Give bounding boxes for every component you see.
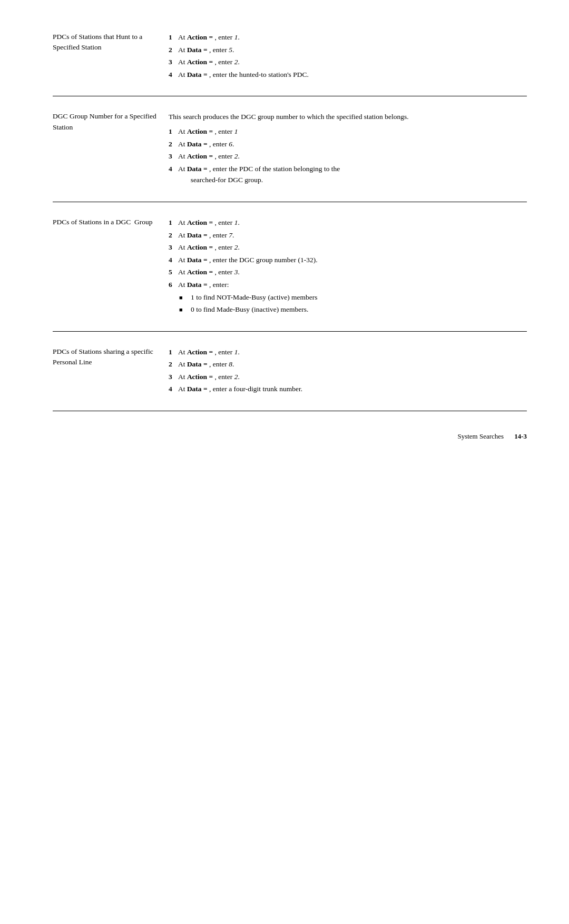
step-3-6: 6 At Data = , enter: bbox=[169, 279, 527, 291]
step-2-3: 3 At Action = , enter 2. bbox=[169, 151, 527, 162]
bullet-text: 0 to find Made-Busy (inactive) members. bbox=[191, 304, 308, 315]
step-num: 1 bbox=[169, 126, 176, 137]
step-1-3: 3 At Action = , enter 2. bbox=[169, 56, 527, 68]
keyword: Data = bbox=[187, 256, 208, 264]
step-4-1: 1 At Action = , enter 1. bbox=[169, 346, 527, 358]
step-num: 6 bbox=[169, 279, 176, 291]
value: 2 bbox=[234, 243, 238, 251]
step-text: At Action = , enter 2. bbox=[178, 56, 527, 68]
step-1-1: 1 At Action = , enter 1. bbox=[169, 32, 527, 43]
step-num: 1 bbox=[169, 346, 176, 358]
step-text: At Data = , enter: bbox=[178, 279, 527, 291]
step-num: 3 bbox=[169, 56, 176, 68]
value: 3 bbox=[234, 268, 238, 276]
bullet-value: 0 bbox=[191, 305, 194, 313]
step-num: 3 bbox=[169, 242, 176, 253]
step-num: 2 bbox=[169, 230, 176, 241]
section-2-content: This search produces the DGC group numbe… bbox=[169, 111, 527, 187]
step-text: At Data = , enter the hunted-to station'… bbox=[178, 69, 527, 81]
step-num: 3 bbox=[169, 151, 176, 162]
step-text: At Action = , enter 3. bbox=[178, 266, 527, 278]
step-3-1: 1 At Action = , enter 1. bbox=[169, 217, 527, 228]
keyword: Data = bbox=[187, 165, 208, 173]
step-num: 4 bbox=[169, 69, 176, 81]
keyword: Data = bbox=[187, 231, 208, 239]
step-3-2: 2 At Data = , enter 7. bbox=[169, 230, 527, 241]
divider-4 bbox=[53, 411, 527, 411]
section-4-label: PDCs of Stations sharing a specific Pers… bbox=[53, 346, 169, 396]
step-text: At Data = , enter 7. bbox=[178, 230, 527, 241]
value: 1 bbox=[234, 348, 238, 356]
section-4: PDCs of Stations sharing a specific Pers… bbox=[53, 346, 527, 411]
step-text: At Action = , enter 1. bbox=[178, 32, 527, 43]
step-num: 4 bbox=[169, 254, 176, 266]
bullet-item-2: ■ 0 to find Made-Busy (inactive) members… bbox=[179, 304, 527, 315]
keyword: Data = bbox=[187, 46, 208, 54]
step-num: 4 bbox=[169, 163, 176, 175]
step-num: 2 bbox=[169, 138, 176, 150]
bullet-item-1: ■ 1 to find NOT-Made-Busy (active) membe… bbox=[179, 292, 527, 303]
step-num: 4 bbox=[169, 383, 176, 395]
step-num: 2 bbox=[169, 359, 176, 370]
keyword: Action = bbox=[187, 58, 213, 66]
step-4-4: 4 At Data = , enter a four-digit trunk n… bbox=[169, 383, 527, 395]
bullet-icon: ■ bbox=[179, 293, 188, 303]
step-text: At Data = , enter 6. bbox=[178, 138, 527, 150]
step-text: At Action = , enter 1. bbox=[178, 346, 527, 358]
value: 5 bbox=[229, 46, 232, 54]
step-text: At Data = , enter the PDC of the station… bbox=[178, 163, 527, 186]
step-num: 1 bbox=[169, 32, 176, 43]
page-content: PDCs of Stations that Hunt to a Specifie… bbox=[53, 32, 527, 441]
divider-3 bbox=[53, 331, 527, 332]
step-3-3: 3 At Action = , enter 2. bbox=[169, 242, 527, 253]
value: 1 bbox=[234, 218, 238, 226]
keyword: Action = bbox=[187, 33, 213, 41]
bullet-text: 1 to find NOT-Made-Busy (active) members bbox=[191, 292, 318, 303]
step-text: At Data = , enter 5. bbox=[178, 44, 527, 56]
step-2-4: 4 At Data = , enter the PDC of the stati… bbox=[169, 163, 527, 186]
step-text: At Action = , enter 2. bbox=[178, 371, 527, 383]
value: 1 bbox=[234, 127, 238, 135]
value: 8 bbox=[229, 360, 232, 368]
value: 2 bbox=[234, 152, 238, 160]
divider-1 bbox=[53, 96, 527, 96]
section-3-content: 1 At Action = , enter 1. 2 At Data = , e… bbox=[169, 217, 527, 316]
keyword: Action = bbox=[187, 268, 213, 276]
section-2-label: DGC Group Number for a Specified Station bbox=[53, 111, 169, 187]
keyword: Action = bbox=[187, 152, 213, 160]
footer-label: System Searches bbox=[457, 432, 504, 441]
step-3-5: 5 At Action = , enter 3. bbox=[169, 266, 527, 278]
value: 2 bbox=[234, 373, 238, 381]
step-1-4: 4 At Data = , enter the hunted-to statio… bbox=[169, 69, 527, 81]
step-num: 5 bbox=[169, 266, 176, 278]
keyword: Action = bbox=[187, 373, 213, 381]
section-1-label: PDCs of Stations that Hunt to a Specifie… bbox=[53, 32, 169, 81]
section-2-intro: This search produces the DGC group numbe… bbox=[169, 111, 527, 123]
step-4-3: 3 At Action = , enter 2. bbox=[169, 371, 527, 383]
footer: System Searches 14-3 bbox=[53, 432, 527, 441]
section-3: PDCs of Stations in a DGC Group 1 At Act… bbox=[53, 217, 527, 331]
section-1: PDCs of Stations that Hunt to a Specifie… bbox=[53, 32, 527, 96]
bullet-list: ■ 1 to find NOT-Made-Busy (active) membe… bbox=[179, 292, 527, 315]
keyword: Data = bbox=[187, 71, 208, 78]
step-num: 3 bbox=[169, 371, 176, 383]
step-1-2: 2 At Data = , enter 5. bbox=[169, 44, 527, 56]
value: 7 bbox=[229, 231, 232, 239]
keyword: Data = bbox=[187, 281, 208, 289]
value: 2 bbox=[234, 58, 238, 66]
keyword: Data = bbox=[187, 360, 208, 368]
step-num: 2 bbox=[169, 44, 176, 56]
step-2-2: 2 At Data = , enter 6. bbox=[169, 138, 527, 150]
step-text: At Data = , enter a four-digit trunk num… bbox=[178, 383, 527, 395]
keyword: Data = bbox=[187, 140, 208, 148]
keyword: Data = bbox=[187, 385, 208, 393]
section-2: DGC Group Number for a Specified Station… bbox=[53, 111, 527, 202]
keyword: Action = bbox=[187, 127, 213, 135]
step-4-2: 2 At Data = , enter 8. bbox=[169, 359, 527, 370]
keyword: Action = bbox=[187, 348, 213, 356]
step-text: At Action = , enter 1. bbox=[178, 217, 527, 228]
step-text: At Data = , enter 8. bbox=[178, 359, 527, 370]
keyword: Action = bbox=[187, 218, 213, 226]
step-num: 1 bbox=[169, 217, 176, 228]
step-3-4: 4 At Data = , enter the DGC group number… bbox=[169, 254, 527, 266]
